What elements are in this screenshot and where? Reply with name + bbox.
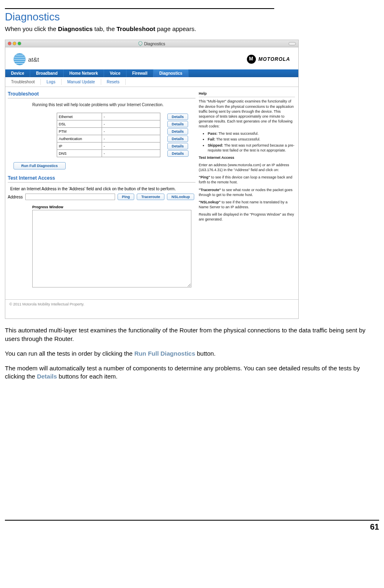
nslookup-button[interactable]: NSLookup: [167, 194, 194, 200]
pass-text: The test was successful.: [218, 131, 258, 136]
doc-intro: When you click the Diagnostics tab, the …: [5, 25, 379, 33]
subnav-troubleshoot[interactable]: Troubleshoot: [5, 79, 41, 85]
skipped-label: Skipped:: [208, 143, 223, 147]
para3-link: Run Full Diagnostics: [134, 350, 195, 357]
details-button[interactable]: Details: [167, 136, 189, 142]
nav-voice[interactable]: Voice: [104, 69, 127, 77]
help-nslookup: "NSLookup" to see if the host name is tr…: [199, 200, 295, 209]
att-text: at&t: [28, 56, 39, 63]
motorola-logo: MOTOROLA: [247, 55, 290, 64]
help-tia-heading: Test Internet Access: [199, 155, 295, 160]
primary-nav: Device Broadband Home Network Voice Fire…: [5, 69, 298, 77]
address-input[interactable]: [25, 194, 115, 200]
help-traceroute: "Traceroute" to see what route or nodes …: [199, 187, 295, 197]
list-item: Pass: The test was successful.: [208, 131, 295, 136]
para3-pre: You can run all the tests in order by cl…: [5, 350, 134, 357]
footer-rule: [5, 520, 379, 521]
help-tr-b: "Traceroute": [199, 188, 221, 192]
intro-mid: tab, the: [93, 25, 116, 32]
para4-link: Details: [37, 373, 57, 380]
section-tia-heading: Test Internet Access: [8, 175, 195, 183]
subnav-resets[interactable]: Resets: [101, 79, 126, 85]
diag-status: -: [102, 128, 160, 135]
subnav-manual-update[interactable]: Manual Update: [62, 79, 101, 85]
diag-status: -: [102, 113, 160, 120]
help-ping: "Ping" to see if this device can loop a …: [199, 175, 295, 185]
nav-firewall[interactable]: Firewall: [127, 69, 153, 77]
para3-post: button.: [195, 350, 215, 357]
ping-button[interactable]: Ping: [118, 194, 135, 200]
doc-para4: The modem will automatically test a numb…: [5, 364, 379, 381]
diag-name: Ethernet: [57, 113, 102, 120]
help-panel: Help This "Multi-layer" diagnostic exami…: [199, 91, 295, 295]
details-button[interactable]: Details: [167, 128, 189, 135]
traceroute-button[interactable]: Traceroute: [137, 194, 164, 200]
section-troubleshoot-heading: Troubleshoot: [8, 91, 195, 98]
intro-bold1: Diagnostics: [58, 25, 93, 32]
list-item: Fail: The test was unsuccessful.: [208, 137, 295, 142]
doc-heading: Diagnostics: [5, 11, 379, 23]
att-logo: at&t: [13, 53, 39, 65]
diag-name: DSL: [57, 120, 102, 128]
table-row: DSL-Details: [57, 120, 195, 128]
subnav-logs[interactable]: Logs: [41, 79, 62, 85]
pass-label: Pass:: [208, 131, 218, 136]
att-globe-icon: [13, 53, 26, 65]
intro-pre: When you click the: [5, 25, 58, 32]
list-item: Skipped: The test was not performed beca…: [208, 143, 295, 153]
para4-post: buttons for each item.: [57, 373, 118, 380]
nav-fill: [189, 69, 298, 77]
table-row: Authentication-Details: [57, 135, 195, 143]
nav-broadband[interactable]: Broadband: [30, 69, 64, 77]
help-heading: Help: [199, 91, 295, 97]
diag-name: PTM: [57, 128, 102, 135]
page-footer: 61: [5, 520, 379, 532]
diag-status: -: [102, 135, 160, 143]
help-result-codes: Pass: The test was successful. Fail: The…: [208, 131, 295, 153]
details-button[interactable]: Details: [167, 150, 189, 157]
address-label: Address: [8, 195, 23, 199]
details-button[interactable]: Details: [167, 114, 189, 120]
intro-bold2: Troubleshoot: [116, 25, 155, 32]
diagnostics-table: Ethernet-Details DSL-Details PTM-Details…: [57, 113, 195, 157]
diag-status: -: [102, 143, 160, 150]
diag-name: IP: [57, 143, 102, 150]
window-title: Diagnostics: [5, 41, 298, 46]
help-ping-b: "Ping": [199, 175, 210, 179]
doc-para3: You can run all the tests in order by cl…: [5, 350, 379, 358]
nav-device[interactable]: Device: [5, 69, 30, 77]
diag-status: -: [102, 150, 160, 157]
page-number: 61: [5, 522, 379, 532]
motorola-m-icon: [247, 55, 256, 64]
titlebar: Diagnostics: [5, 40, 298, 47]
main-panel: Troubleshoot Running this test will help…: [8, 91, 195, 295]
fail-text: The test was unsuccessful.: [215, 137, 260, 141]
screenshot-window: Diagnostics at&t MOTOROLA Device Broadba…: [5, 40, 299, 319]
tia-row: Address Ping Traceroute NSLookup: [8, 194, 195, 200]
secondary-nav: Troubleshoot Logs Manual Update Resets: [5, 77, 298, 87]
screenshot-footer: © 2011 Motorola Mobility Intellectual Pr…: [5, 299, 298, 318]
table-row: Ethernet-Details: [57, 113, 195, 120]
diag-name: Authentication: [57, 135, 102, 143]
brand-row: at&t MOTOROLA: [5, 47, 298, 69]
fail-label: Fail:: [208, 137, 215, 141]
running-text: Running this test will help locate probl…: [32, 102, 195, 107]
tia-instructions: Enter an Internet Address in the 'Addres…: [10, 187, 195, 191]
run-full-diagnostics-button[interactable]: Run Full Diagnostics: [13, 162, 66, 169]
content-area: Troubleshoot Running this test will help…: [5, 87, 298, 299]
progress-window: [32, 210, 191, 287]
diag-status: -: [102, 120, 160, 128]
motorola-text: MOTOROLA: [258, 56, 290, 62]
nav-home-network[interactable]: Home Network: [64, 69, 104, 77]
table-row: DNS-Details: [57, 150, 195, 157]
table-row: IP-Details: [57, 143, 195, 150]
table-row: PTM-Details: [57, 128, 195, 135]
help-ns-b: "NSLookup": [199, 200, 221, 204]
details-button[interactable]: Details: [167, 143, 189, 149]
help-tia-label: Test Internet Access: [199, 156, 234, 160]
help-ping-t: to see if this device can loop a message…: [199, 175, 292, 184]
nav-diagnostics[interactable]: Diagnostics: [153, 69, 189, 77]
help-p3: Results will be displayed in the "Progre…: [199, 212, 295, 222]
doc-para2: This automated multi-layer test examines…: [5, 326, 379, 343]
details-button[interactable]: Details: [167, 121, 189, 127]
